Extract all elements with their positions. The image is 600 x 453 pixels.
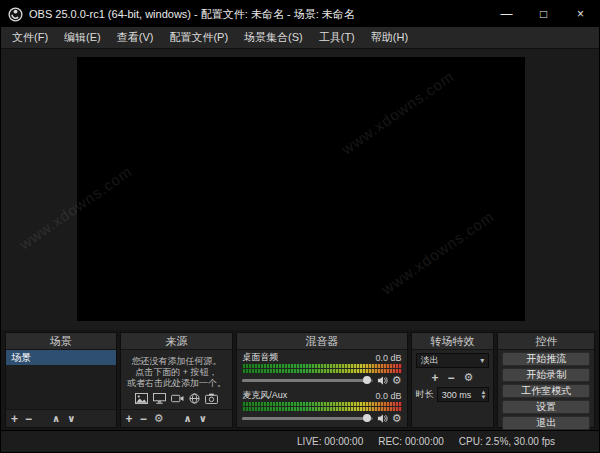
scenes-dock: 场景 场景 + − ∧ ∨ bbox=[5, 332, 117, 428]
menu-scene-collection[interactable]: 场景集合(S) bbox=[236, 27, 311, 48]
scenes-toolbar: + − ∧ ∨ bbox=[6, 409, 116, 427]
volume-meter bbox=[242, 369, 401, 373]
controls-dock-title: 控件 bbox=[498, 333, 594, 350]
rec-time: REC: 00:00:00 bbox=[378, 436, 444, 447]
channel-name: 桌面音频 bbox=[242, 351, 278, 364]
cpu-fps-stats: CPU: 2.5%, 30.00 fps bbox=[459, 436, 555, 447]
minimize-button[interactable]: — bbox=[488, 1, 525, 27]
remove-scene-icon[interactable]: − bbox=[25, 413, 32, 425]
controls-dock: 控件 开始推流 开始录制 工作室模式 设置 退出 bbox=[497, 332, 595, 428]
duration-value: 300 ms bbox=[442, 390, 481, 400]
mixer-channel-desktop-audio: 桌面音频 0.0 dB bbox=[242, 352, 401, 387]
image-source-icon bbox=[135, 393, 148, 404]
title-bar: OBS 25.0.0-rc1 (64-bit, windows) - 配置文件:… bbox=[1, 1, 599, 27]
scene-list-item[interactable]: 场景 bbox=[6, 350, 116, 365]
window-title: OBS 25.0.0-rc1 (64-bit, windows) - 配置文件:… bbox=[29, 7, 355, 22]
remove-source-icon[interactable]: − bbox=[140, 413, 147, 425]
menu-view[interactable]: 查看(V) bbox=[109, 27, 162, 48]
add-transition-icon[interactable]: + bbox=[432, 372, 439, 384]
maximize-button[interactable]: □ bbox=[525, 1, 562, 27]
sources-hint-line: 或者右击此处添加一个。 bbox=[127, 378, 226, 389]
duration-label: 时长 bbox=[416, 388, 434, 401]
sources-dock-title: 来源 bbox=[121, 333, 233, 350]
volume-slider[interactable] bbox=[242, 379, 373, 382]
menu-profile[interactable]: 配置文件(P) bbox=[161, 27, 236, 48]
channel-level: 0.0 dB bbox=[376, 353, 402, 363]
sources-empty-hint[interactable]: 您还没有添加任何源。 点击下面的 + 按钮， 或者右击此处添加一个。 bbox=[121, 350, 233, 409]
program-canvas[interactable] bbox=[77, 57, 525, 321]
exit-button[interactable]: 退出 bbox=[502, 416, 590, 430]
live-time: LIVE: 00:00:00 bbox=[297, 436, 363, 447]
menu-bar: 文件(F) 编辑(E) 查看(V) 配置文件(P) 场景集合(S) 工具(T) … bbox=[1, 27, 599, 49]
remove-transition-icon[interactable]: − bbox=[448, 372, 455, 384]
video-capture-icon bbox=[171, 393, 184, 404]
scene-list[interactable]: 场景 bbox=[6, 350, 116, 409]
menu-edit[interactable]: 编辑(E) bbox=[56, 27, 109, 48]
volume-meter bbox=[242, 407, 401, 411]
add-source-icon[interactable]: + bbox=[126, 413, 133, 425]
camera-source-icon bbox=[205, 393, 218, 404]
sources-hint-line: 点击下面的 + 按钮， bbox=[135, 367, 217, 378]
window-controls: — □ × bbox=[488, 1, 599, 27]
volume-slider-handle[interactable] bbox=[363, 376, 371, 384]
channel-name: 麦克风/Aux bbox=[242, 389, 287, 402]
transition-selected-value: 淡出 bbox=[421, 354, 439, 367]
mixer-dock: 混音器 桌面音频 0.0 dB bbox=[236, 332, 407, 428]
menu-help[interactable]: 帮助(H) bbox=[363, 27, 416, 48]
speaker-icon[interactable] bbox=[377, 372, 388, 390]
scenes-dock-title: 场景 bbox=[6, 333, 116, 350]
mixer-dock-title: 混音器 bbox=[237, 333, 406, 350]
obs-logo-icon bbox=[8, 7, 23, 22]
preview-area[interactable]: www.xdowns.com www.xdowns.com www.xdowns… bbox=[1, 49, 599, 330]
obs-window: OBS 25.0.0-rc1 (64-bit, windows) - 配置文件:… bbox=[0, 0, 600, 453]
volume-slider-handle[interactable] bbox=[363, 414, 371, 422]
browser-source-icon bbox=[189, 393, 200, 404]
source-properties-icon[interactable]: ⚙ bbox=[154, 413, 164, 424]
transitions-dock: 转场特效 淡出 ▾ + − ⚙ 时长 300 ms ▲ bbox=[411, 332, 495, 428]
chevron-down-icon: ▾ bbox=[480, 356, 484, 365]
display-capture-icon bbox=[153, 393, 166, 404]
volume-meter bbox=[242, 364, 401, 368]
speaker-icon[interactable] bbox=[377, 410, 388, 428]
scene-down-icon[interactable]: ∨ bbox=[67, 414, 75, 424]
spin-down-icon[interactable]: ▼ bbox=[480, 395, 486, 400]
source-type-icons bbox=[135, 393, 218, 404]
start-recording-button[interactable]: 开始录制 bbox=[502, 368, 590, 382]
volume-slider[interactable] bbox=[242, 417, 373, 420]
start-streaming-button[interactable]: 开始推流 bbox=[502, 352, 590, 366]
transition-settings-icon[interactable]: ⚙ bbox=[464, 372, 474, 383]
transition-select[interactable]: 淡出 ▾ bbox=[416, 353, 490, 368]
settings-button[interactable]: 设置 bbox=[502, 400, 590, 414]
scene-up-icon[interactable]: ∧ bbox=[52, 414, 60, 424]
volume-meter bbox=[242, 402, 401, 406]
transitions-dock-title: 转场特效 bbox=[412, 333, 494, 350]
menu-file[interactable]: 文件(F) bbox=[4, 27, 56, 48]
source-up-icon[interactable]: ∧ bbox=[184, 414, 192, 424]
add-scene-icon[interactable]: + bbox=[11, 413, 18, 425]
channel-settings-icon[interactable]: ⚙ bbox=[392, 375, 402, 386]
status-bar: LIVE: 00:00:00 REC: 00:00:00 CPU: 2.5%, … bbox=[1, 430, 599, 452]
sources-dock: 来源 您还没有添加任何源。 点击下面的 + 按钮， 或者右击此处添加一个。 bbox=[120, 332, 234, 428]
sources-hint-line: 您还没有添加任何源。 bbox=[131, 356, 221, 367]
channel-settings-icon[interactable]: ⚙ bbox=[392, 413, 402, 424]
dock-row: 场景 场景 + − ∧ ∨ 来源 您还没有添加任何源。 点击下面的 + 按钮， bbox=[1, 330, 599, 430]
channel-level: 0.0 dB bbox=[376, 391, 402, 401]
source-down-icon[interactable]: ∨ bbox=[199, 414, 207, 424]
mixer-channel-mic-aux: 麦克风/Aux 0.0 dB bbox=[242, 390, 401, 425]
duration-spinner[interactable]: 300 ms ▲ ▼ bbox=[437, 387, 490, 402]
close-button[interactable]: × bbox=[562, 1, 599, 27]
sources-toolbar: + − ⚙ ∧ ∨ bbox=[121, 409, 233, 427]
studio-mode-button[interactable]: 工作室模式 bbox=[502, 384, 590, 398]
menu-tools[interactable]: 工具(T) bbox=[311, 27, 363, 48]
